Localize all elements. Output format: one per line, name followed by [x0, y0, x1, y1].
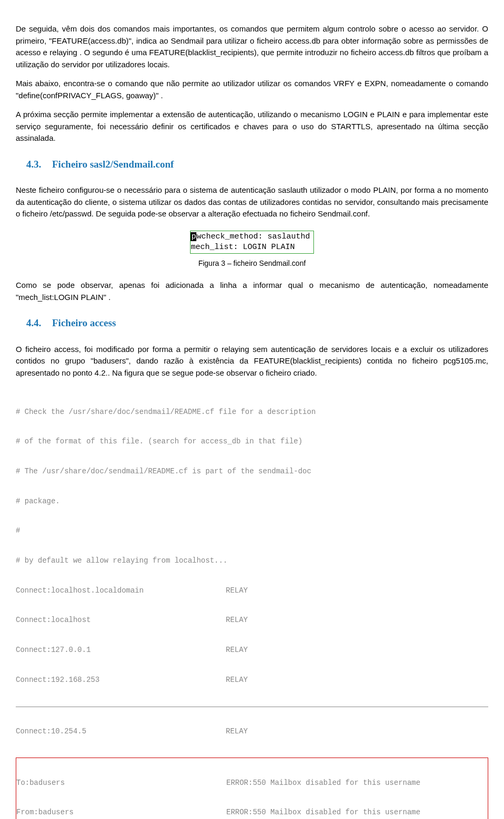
relay-value: RELAY — [226, 645, 488, 655]
paragraph: De seguida, vêm dois dos comandos mais i… — [16, 23, 488, 70]
heading-number: 4.4. — [26, 317, 41, 328]
heading-title: Ficheiro sasl2/Sendmail.conf — [52, 159, 174, 170]
relay-row: Connect:localhost.localdomainRELAY — [16, 586, 488, 596]
heading-number: 4.3. — [26, 159, 41, 170]
heading-title: Ficheiro access — [52, 317, 116, 328]
relay-row: Connect:10.254.5RELAY — [16, 727, 488, 737]
code-line: # — [16, 526, 488, 536]
relay-value: RELAY — [226, 586, 488, 596]
code-line: wcheck_method: saslauthd — [196, 232, 310, 241]
relay-key: Connect:10.254.5 — [16, 727, 226, 737]
code-line: # package. — [16, 496, 488, 506]
relay-value: RELAY — [226, 615, 488, 625]
code-line: mech_list: LOGIN PLAIN — [191, 242, 310, 253]
relay-key: Connect:192.168.253 — [16, 675, 226, 685]
relay-value: RELAY — [226, 675, 488, 685]
heading-4-3: 4.3. Ficheiro sasl2/Sendmail.conf — [16, 157, 488, 172]
heading-4-4: 4.4. Ficheiro access — [16, 316, 488, 331]
error-value: ERROR:550 Mailbox disabled for this user… — [226, 778, 488, 788]
figure-3-caption: Figura 3 – ficheiro Sendmail.conf — [16, 258, 488, 269]
relay-key: Connect:localhost — [16, 615, 226, 625]
code-snippet: pwcheck_method: saslauthd mech_list: LOG… — [190, 231, 313, 254]
relay-row: Connect:localhostRELAY — [16, 615, 488, 625]
code-line: # Check the /usr/share/doc/sendmail/READ… — [16, 407, 488, 417]
relay-key: Connect:localhost.localdomain — [16, 586, 226, 596]
paragraph: Como se pode observar, apenas foi adicio… — [16, 279, 488, 303]
relay-key: Connect:127.0.0.1 — [16, 645, 226, 655]
error-highlight-box: To:badusersERROR:550 Mailbox disabled fo… — [16, 758, 488, 819]
error-key: To:badusers — [16, 778, 226, 788]
error-row: To:badusersERROR:550 Mailbox disabled fo… — [16, 778, 488, 788]
code-line: # of the format of this file. (search fo… — [16, 437, 488, 447]
code-line: # by default we allow relaying from loca… — [16, 556, 488, 566]
paragraph: Mais abaixo, encontra-se o comando que n… — [16, 78, 488, 101]
cursor-char: p — [191, 232, 196, 241]
paragraph: O ficheiro access, foi modificado por fo… — [16, 344, 488, 379]
error-value: ERROR:550 Mailbox disabled for this user… — [226, 807, 488, 817]
error-key: From:badusers — [16, 807, 226, 817]
relay-value: RELAY — [226, 727, 488, 737]
figure-4-image: # Check the /usr/share/doc/sendmail/READ… — [16, 387, 488, 819]
paragraph: A próxima secção permite implementar a e… — [16, 109, 488, 144]
code-line: # The /usr/share/doc/sendmail/README.cf … — [16, 466, 488, 476]
paragraph: Neste ficheiro configurou-se o necessári… — [16, 184, 488, 220]
figure-3-image: pwcheck_method: saslauthd mech_list: LOG… — [16, 231, 488, 254]
relay-row: Connect:192.168.253RELAY — [16, 675, 488, 685]
error-row: From:badusersERROR:550 Mailbox disabled … — [16, 807, 488, 817]
relay-row: Connect:127.0.0.1RELAY — [16, 645, 488, 655]
separator-line — [16, 707, 488, 707]
